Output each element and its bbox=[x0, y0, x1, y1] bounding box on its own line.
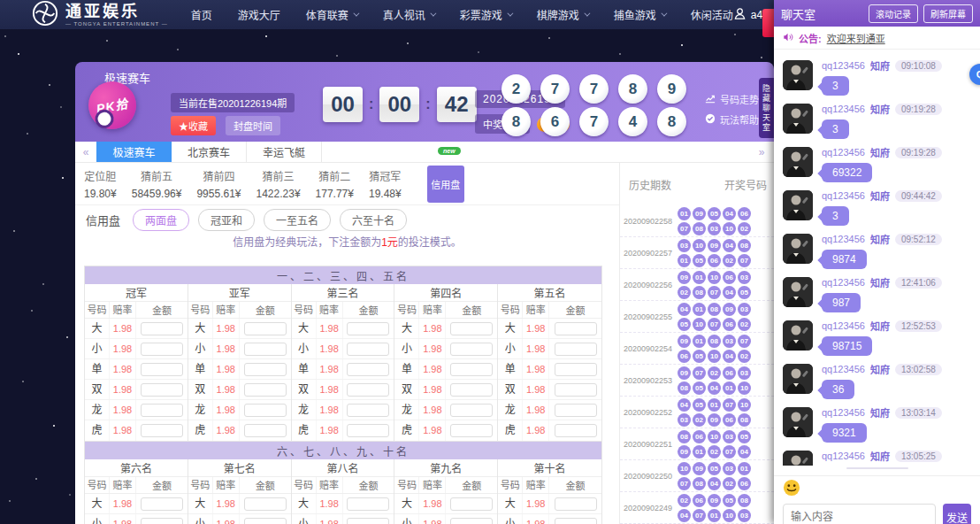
bet-option-label[interactable]: 双 bbox=[292, 380, 317, 399]
bet-amount-input[interactable] bbox=[555, 518, 597, 524]
bet-amount-input[interactable] bbox=[141, 404, 183, 417]
bet-option-label[interactable]: 双 bbox=[498, 380, 523, 399]
bet-option-label[interactable]: 大 bbox=[498, 494, 523, 513]
nav-item-4[interactable]: 真人视讯 bbox=[383, 7, 434, 22]
nav-item-8[interactable]: 休闲活动 bbox=[691, 7, 733, 22]
bet-amount-input[interactable] bbox=[555, 497, 597, 511]
bet-option-label[interactable]: 大 bbox=[188, 494, 213, 513]
bet-amount-input[interactable] bbox=[450, 424, 493, 437]
bet-option-label[interactable]: 大 bbox=[394, 494, 419, 513]
subnav-pill-4[interactable]: 六至十名 bbox=[340, 209, 407, 231]
bet-amount-input[interactable] bbox=[347, 383, 389, 397]
bet-option-label[interactable]: 龙 bbox=[292, 400, 317, 420]
bet-option-label[interactable]: 单 bbox=[85, 359, 110, 379]
category-item-2[interactable]: 猜前五58459.96¥ bbox=[132, 168, 182, 200]
bet-amount-input[interactable] bbox=[244, 497, 287, 511]
favorite-button[interactable]: ★收藏 bbox=[171, 116, 216, 135]
bet-option-label[interactable]: 大 bbox=[292, 319, 317, 338]
bet-option-label[interactable]: 大 bbox=[292, 494, 317, 513]
bet-amount-input[interactable] bbox=[555, 424, 597, 437]
bet-amount-input[interactable] bbox=[555, 383, 597, 397]
bet-option-label[interactable]: 双 bbox=[188, 380, 213, 399]
bet-amount-input[interactable] bbox=[244, 518, 287, 524]
bet-amount-input[interactable] bbox=[244, 383, 287, 397]
nav-item-3[interactable]: 体育联赛 bbox=[306, 7, 357, 22]
bet-option-label[interactable]: 双 bbox=[85, 380, 110, 399]
bet-amount-input[interactable] bbox=[347, 404, 389, 417]
emoji-button[interactable] bbox=[783, 479, 800, 500]
nav-item-1[interactable]: 首页 bbox=[191, 7, 212, 22]
bet-amount-input[interactable] bbox=[347, 343, 389, 356]
number-trend-link[interactable]: 号码走势 bbox=[705, 92, 759, 106]
bet-option-label[interactable]: 单 bbox=[394, 359, 419, 379]
bet-amount-input[interactable] bbox=[347, 363, 389, 376]
bet-option-label[interactable]: 小 bbox=[292, 339, 317, 358]
bet-amount-input[interactable] bbox=[141, 518, 183, 524]
bet-amount-input[interactable] bbox=[450, 518, 493, 524]
bet-amount-input[interactable] bbox=[141, 322, 183, 335]
bet-amount-input[interactable] bbox=[347, 424, 389, 437]
game-tab-3[interactable]: 幸运飞艇 bbox=[247, 142, 322, 162]
bet-amount-input[interactable] bbox=[141, 343, 183, 356]
bet-amount-input[interactable] bbox=[450, 383, 493, 397]
bet-option-label[interactable]: 小 bbox=[85, 339, 110, 358]
site-logo[interactable]: 通亚娱乐 — TONGYA ENTERTAINMENT — bbox=[32, 0, 168, 30]
bet-option-label[interactable]: 单 bbox=[498, 359, 523, 379]
bet-amount-input[interactable] bbox=[347, 322, 389, 335]
category-item-6[interactable]: 猜冠军19.48¥ bbox=[369, 168, 402, 200]
bet-amount-input[interactable] bbox=[555, 343, 597, 356]
category-item-1[interactable]: 定位胆19.80¥ bbox=[84, 168, 117, 200]
scroll-right-icon[interactable]: » bbox=[751, 142, 772, 163]
game-tab-1[interactable]: 极速赛车 bbox=[96, 142, 172, 162]
subnav-pill-1[interactable]: 两面盘 bbox=[133, 209, 189, 231]
bet-amount-input[interactable] bbox=[347, 518, 389, 524]
nav-item-2[interactable]: 游戏大厅 bbox=[238, 7, 280, 22]
bet-amount-input[interactable] bbox=[555, 363, 597, 376]
bet-option-label[interactable]: 虎 bbox=[498, 420, 523, 441]
bet-amount-input[interactable] bbox=[450, 322, 493, 335]
game-tab-2[interactable]: 北京赛车 bbox=[172, 142, 247, 162]
send-button[interactable]: 发送 bbox=[943, 504, 971, 524]
bet-option-label[interactable]: 龙 bbox=[188, 400, 213, 420]
bet-option-label[interactable]: 小 bbox=[85, 514, 110, 524]
category-item-5[interactable]: 猜前二177.77¥ bbox=[316, 168, 354, 200]
nav-item-7[interactable]: 捕鱼游戏 bbox=[614, 7, 665, 22]
bet-option-label[interactable]: 单 bbox=[292, 359, 317, 379]
bet-amount-input[interactable] bbox=[141, 363, 183, 376]
bet-amount-input[interactable] bbox=[141, 497, 183, 511]
bet-option-label[interactable]: 大 bbox=[394, 319, 419, 338]
bet-option-label[interactable]: 龙 bbox=[498, 400, 523, 420]
bet-option-label[interactable]: 大 bbox=[498, 319, 523, 338]
bet-amount-input[interactable] bbox=[244, 343, 287, 356]
credit-panel-button[interactable]: 信用盘 bbox=[427, 166, 464, 203]
bet-amount-input[interactable] bbox=[450, 497, 493, 511]
bet-option-label[interactable]: 虎 bbox=[85, 420, 110, 441]
bet-option-label[interactable]: 虎 bbox=[188, 420, 213, 441]
bet-amount-input[interactable] bbox=[555, 322, 597, 335]
bet-amount-input[interactable] bbox=[244, 322, 287, 335]
chat-message-input[interactable] bbox=[783, 504, 936, 524]
subnav-pill-2[interactable]: 冠亚和 bbox=[198, 209, 255, 231]
bet-option-label[interactable]: 小 bbox=[394, 514, 419, 524]
bet-option-label[interactable]: 小 bbox=[498, 514, 523, 524]
category-item-4[interactable]: 猜前三1422.23¥ bbox=[256, 168, 301, 200]
bet-amount-input[interactable] bbox=[244, 424, 287, 437]
bet-option-label[interactable]: 龙 bbox=[394, 400, 419, 420]
nav-item-5[interactable]: 彩票游戏 bbox=[460, 7, 511, 22]
bet-option-label[interactable]: 龙 bbox=[85, 400, 110, 420]
hide-chat-tab[interactable]: 隐藏聊天室 bbox=[759, 78, 774, 138]
play-help-link[interactable]: 玩法帮助 bbox=[705, 112, 759, 127]
bet-option-label[interactable]: 单 bbox=[188, 359, 213, 379]
bet-amount-input[interactable] bbox=[244, 404, 287, 417]
bet-option-label[interactable]: 小 bbox=[498, 339, 523, 358]
subnav-pill-3[interactable]: 一至五名 bbox=[264, 209, 331, 231]
bet-option-label[interactable]: 大 bbox=[85, 319, 110, 338]
bet-option-label[interactable]: 虎 bbox=[394, 420, 419, 441]
bet-amount-input[interactable] bbox=[450, 343, 493, 356]
bet-amount-input[interactable] bbox=[450, 404, 493, 417]
bet-amount-input[interactable] bbox=[244, 363, 287, 376]
bet-option-label[interactable]: 大 bbox=[85, 494, 110, 513]
category-item-3[interactable]: 猜前四9955.61¥ bbox=[196, 168, 241, 200]
nav-item-6[interactable]: 棋牌游戏 bbox=[537, 7, 588, 22]
bet-option-label[interactable]: 小 bbox=[188, 514, 213, 524]
